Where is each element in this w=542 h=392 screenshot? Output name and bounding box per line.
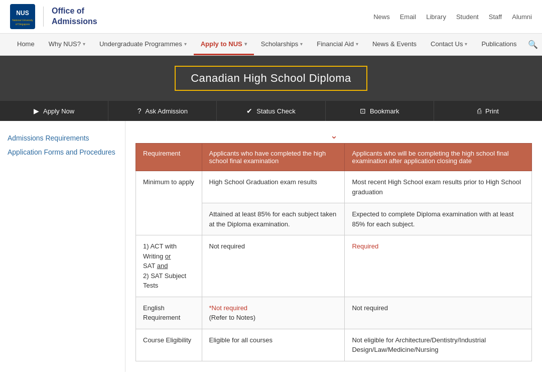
sidebar-admissions-req[interactable]: Admissions Requirements (8, 131, 117, 145)
cell-english-completing: Not required (345, 297, 532, 329)
util-news[interactable]: News (373, 13, 390, 21)
chevron-divider: ⌄ (136, 126, 532, 143)
svg-text:of Singapore: of Singapore (16, 23, 30, 26)
util-alumni[interactable]: Alumni (512, 13, 532, 21)
page-banner: Canadian High School Diploma (0, 56, 542, 101)
col-header-completed: Applicants who have completed the high s… (202, 144, 345, 171)
cell-course-completing: Not eligible for Architecture/Dentistry/… (345, 329, 532, 361)
util-student[interactable]: Student (456, 13, 479, 21)
nav-news-events[interactable]: News & Events (365, 34, 424, 55)
row-label-english: English Requirement (136, 297, 202, 329)
print-icon: ⎙ (477, 107, 481, 115)
table-row: English Requirement *Not required (Refer… (136, 297, 532, 329)
col-header-req: Requirement (136, 144, 202, 171)
nav-contact[interactable]: Contact Us ▾ (424, 34, 474, 55)
nav-why-nus[interactable]: Why NUS? ▾ (42, 34, 92, 55)
logo-divider (43, 7, 44, 27)
content-wrapper: Admissions Requirements Application Form… (0, 121, 542, 372)
main-nav: Home Why NUS? ▾ Undergraduate Programmes… (0, 34, 542, 56)
main-content: ⌄ Requirement Applicants who have comple… (125, 121, 542, 372)
requirements-table: Requirement Applicants who have complete… (136, 143, 532, 361)
nav-home[interactable]: Home (10, 34, 42, 55)
table-row: Course Eligibility Eligible for all cour… (136, 329, 532, 361)
table-row: Minimum to apply High School Graduation … (136, 171, 532, 203)
print-button[interactable]: ⎙ Print (434, 101, 542, 121)
cell-min-completing-1: Most recent High School exam results pri… (345, 171, 532, 203)
cell-english-completed: *Not required (Refer to Notes) (202, 297, 345, 329)
print-label: Print (485, 107, 499, 115)
check-icon: ✔ (246, 107, 252, 115)
table-row: 1) ACT with Writing or SAT and 2) SAT Su… (136, 235, 532, 297)
top-bar: NUS National University of Singapore Off… (0, 0, 542, 34)
action-bar: ▶ Apply Now ? Ask Admission ✔ Status Che… (0, 101, 542, 121)
sidebar: Admissions Requirements Application Form… (0, 121, 125, 372)
search-icon[interactable]: 🔍 (524, 34, 542, 55)
bookmark-label: Bookmark (370, 107, 399, 115)
cell-min-completed-1: High School Graduation exam results (202, 171, 345, 203)
svg-text:NUS: NUS (16, 10, 29, 17)
status-check-label: Status Check (256, 107, 295, 115)
office-title: Office of Admissions (52, 6, 97, 27)
ask-admission-button[interactable]: ? Ask Admission (108, 101, 217, 121)
status-check-button[interactable]: ✔ Status Check (217, 101, 325, 121)
nav-undergrad[interactable]: Undergraduate Programmes ▾ (92, 34, 194, 55)
cell-min-completed-2: Attained at least 85% for each subject t… (202, 203, 345, 235)
bookmark-icon: ⊡ (360, 107, 366, 115)
nav-scholarships[interactable]: Scholarships ▾ (254, 34, 310, 55)
row-label-act-sat: 1) ACT with Writing or SAT and 2) SAT Su… (136, 235, 202, 297)
cell-min-completing-2: Expected to complete Diploma examination… (345, 203, 532, 235)
cell-course-completed: Eligible for all courses (202, 329, 345, 361)
util-library[interactable]: Library (426, 13, 446, 21)
nav-publications[interactable]: Publications (474, 34, 523, 55)
logo-box: NUS National University of Singapore Off… (10, 4, 97, 29)
nav-financial-aid[interactable]: Financial Aid ▾ (310, 34, 365, 55)
row-label-course: Course Eligibility (136, 329, 202, 361)
nus-logo: NUS National University of Singapore (10, 4, 35, 29)
apply-now-label: Apply Now (43, 107, 74, 115)
question-icon: ? (138, 107, 142, 115)
ask-admission-label: Ask Admission (145, 107, 188, 115)
page-title: Canadian High School Diploma (175, 66, 367, 91)
cell-act-completing: Required (345, 235, 532, 297)
col-header-completing: Applicants who will be completing the hi… (345, 144, 532, 171)
svg-text:National University: National University (12, 19, 33, 22)
apply-now-button[interactable]: ▶ Apply Now (0, 101, 108, 121)
utility-links: News Email Library Student Staff Alumni (373, 13, 532, 21)
cursor-icon: ▶ (34, 107, 39, 115)
util-staff[interactable]: Staff (489, 13, 502, 21)
cell-act-completed: Not required (202, 235, 345, 297)
row-label-minimum: Minimum to apply (136, 171, 202, 235)
nav-apply[interactable]: Apply to NUS ▾ (194, 34, 254, 55)
util-email[interactable]: Email (400, 13, 417, 21)
bookmark-button[interactable]: ⊡ Bookmark (326, 101, 434, 121)
logo-area: NUS National University of Singapore Off… (10, 4, 97, 29)
sidebar-app-forms[interactable]: Application Forms and Procedures (8, 145, 117, 159)
